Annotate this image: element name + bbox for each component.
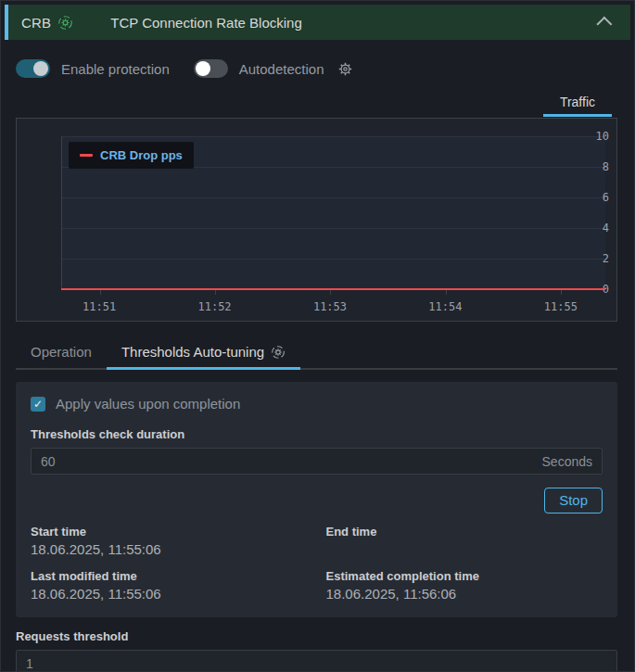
x-axis-tick <box>330 290 331 295</box>
tab-traffic[interactable]: Traffic <box>538 89 617 117</box>
traffic-chart[interactable]: CRB Drop pps 108642011:5111:5211:5311:54… <box>16 118 617 322</box>
autodetection-settings-gear-icon[interactable] <box>337 61 353 77</box>
requests-threshold-label: Requests threshold <box>16 629 617 643</box>
y-gridline <box>62 136 605 137</box>
toggle-knob <box>33 61 48 76</box>
y-axis-tick-label: 2 <box>576 252 609 265</box>
end-time-block: End time <box>326 525 603 558</box>
tab-traffic-label: Traffic <box>560 95 595 109</box>
last-modified-time-block: Last modified time 18.06.2025, 11:55:06 <box>31 569 308 602</box>
x-axis-tick <box>561 290 562 295</box>
chart-tabs-row: Traffic <box>16 89 617 117</box>
x-axis-tick-label: 11:54 <box>428 300 462 313</box>
y-gridline <box>62 259 605 260</box>
y-gridline <box>62 228 605 229</box>
apply-values-label: Apply values upon completion <box>56 396 240 412</box>
enable-protection-toggle[interactable] <box>16 59 50 78</box>
tab-active-indicator <box>107 367 300 370</box>
requests-threshold-field: Requests threshold 1 <box>16 629 617 672</box>
chart-legend[interactable]: CRB Drop pps <box>69 142 194 169</box>
tab-auto-tuning-label: Thresholds Auto-tuning <box>121 344 264 360</box>
autodetection-toggle[interactable] <box>194 59 228 78</box>
stop-button[interactable]: Stop <box>544 488 603 514</box>
legend-swatch-red <box>80 154 93 157</box>
last-modified-time-value: 18.06.2025, 11:55:06 <box>31 586 308 602</box>
duration-label: Thresholds check duration <box>31 427 603 441</box>
x-axis-tick-label: 11:51 <box>83 300 116 313</box>
apply-values-row: ✓ Apply values upon completion <box>31 396 603 412</box>
y-axis-tick-label: 4 <box>576 222 609 235</box>
toggle-knob <box>196 61 210 76</box>
x-axis-tick <box>446 290 447 295</box>
crb-section: CRB TCP Connection Rate Blocking Enable … <box>1 1 634 671</box>
tab-operation-label: Operation <box>31 344 92 360</box>
crb-badge: CRB <box>21 15 51 31</box>
legend-series-label: CRB Drop pps <box>100 148 183 162</box>
x-axis-tick <box>100 290 101 295</box>
y-axis-tick-label: 10 <box>576 130 609 143</box>
autotune-icon <box>57 15 73 31</box>
y-axis-tick-label: 6 <box>576 191 609 204</box>
section-title: TCP Connection Rate Blocking <box>110 15 601 31</box>
last-modified-time-label: Last modified time <box>31 569 308 583</box>
x-axis-tick <box>215 290 216 295</box>
section-header[interactable]: CRB TCP Connection Rate Blocking <box>5 5 630 40</box>
x-axis-tick-label: 11:52 <box>197 300 231 313</box>
duration-input[interactable]: 60 Seconds <box>31 448 603 475</box>
protection-toggles-row: Enable protection Autodetection <box>16 56 617 82</box>
tab-operation[interactable]: Operation <box>16 337 107 368</box>
apply-values-checkbox[interactable]: ✓ <box>31 397 45 412</box>
tab-thresholds-auto-tuning[interactable]: Thresholds Auto-tuning <box>107 337 300 368</box>
duration-value: 60 <box>41 454 56 469</box>
estimated-completion-time-block: Estimated completion time 18.06.2025, 11… <box>326 569 603 602</box>
x-axis-tick-label: 11:55 <box>544 300 578 313</box>
plot-area: CRB Drop pps <box>61 136 605 290</box>
requests-threshold-input[interactable]: 1 <box>16 650 617 672</box>
y-axis-tick-label: 8 <box>576 160 609 173</box>
start-time-block: Start time 18.06.2025, 11:55:06 <box>31 525 308 558</box>
autotune-icon <box>271 345 286 360</box>
autodetection-label: Autodetection <box>239 61 324 77</box>
end-time-label: End time <box>326 525 603 539</box>
end-time-value <box>326 541 603 558</box>
auto-tuning-panel: ✓ Apply values upon completion Threshold… <box>16 382 617 617</box>
estimated-completion-time-value: 18.06.2025, 11:56:06 <box>326 586 603 602</box>
settings-tabs: Operation Thresholds Auto-tuning <box>16 337 617 370</box>
duration-unit: Seconds <box>542 454 592 469</box>
times-grid: Start time 18.06.2025, 11:55:06 End time… <box>31 525 603 602</box>
tab-active-indicator <box>543 114 612 117</box>
y-gridline <box>62 197 605 198</box>
enable-protection-label: Enable protection <box>61 61 170 77</box>
series-line-crb-drop-pps <box>61 288 605 290</box>
estimated-completion-time-label: Estimated completion time <box>326 569 603 583</box>
x-axis-tick-label: 11:53 <box>313 300 347 313</box>
requests-threshold-value: 1 <box>26 656 33 671</box>
start-time-value: 18.06.2025, 11:55:06 <box>31 541 308 558</box>
start-time-label: Start time <box>31 525 308 539</box>
